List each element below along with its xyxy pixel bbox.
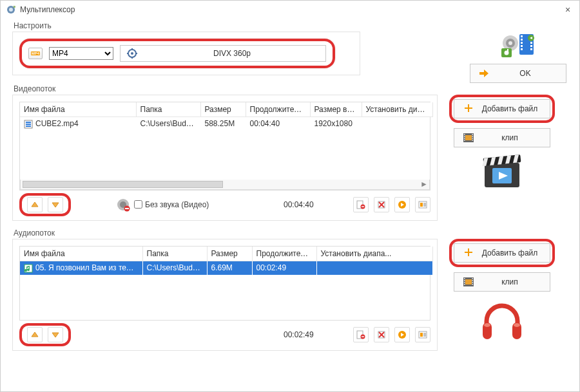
video-right-col: Добавить файл клип (449, 95, 555, 189)
ok-button[interactable]: OK (470, 64, 566, 83)
app-icon (6, 5, 16, 15)
play-button[interactable] (394, 197, 410, 212)
svg-rect-54 (472, 136, 474, 137)
svg-rect-28 (26, 122, 31, 123)
remove-file-button[interactable] (353, 327, 369, 342)
clear-list-button[interactable] (374, 327, 389, 342)
svg-rect-81 (464, 280, 465, 281)
svg-rect-68 (362, 336, 364, 337)
clear-list-button[interactable] (374, 197, 389, 212)
svg-rect-56 (472, 140, 474, 141)
no-audio-label: Без звука (Видео) (145, 200, 209, 209)
svg-rect-13 (521, 45, 523, 47)
play-button[interactable] (394, 327, 410, 342)
svg-rect-18 (530, 45, 532, 47)
audio-label: Аудиопоток (14, 229, 568, 238)
svg-rect-34 (125, 208, 129, 209)
video-table[interactable]: Имя файла Папка Размер Продолжитель... Р… (19, 102, 430, 191)
svg-rect-14 (521, 48, 523, 50)
video-table-header: Имя файла Папка Размер Продолжитель... Р… (20, 102, 432, 117)
video-h-scrollbar[interactable]: ◄ ► (20, 180, 430, 190)
svg-rect-84 (472, 278, 474, 279)
format-select[interactable]: MP4 (49, 47, 113, 60)
clapperboard-icon (482, 153, 522, 189)
svg-point-4 (131, 52, 133, 55)
move-down-button[interactable] (48, 197, 63, 212)
svg-rect-85 (472, 280, 474, 281)
audio-panel: Имя файла Папка Размер Продолжитель... У… (12, 239, 438, 351)
configure-label: Настроить (14, 21, 568, 30)
move-up-button[interactable] (27, 197, 43, 212)
svg-rect-51 (464, 138, 465, 139)
svg-rect-17 (530, 42, 532, 44)
video-total-duration: 00:04:40 (284, 200, 314, 209)
headphones-icon (479, 297, 525, 343)
svg-rect-74 (420, 333, 423, 337)
svg-rect-52 (464, 140, 465, 141)
add-video-file-button[interactable]: Добавить файл (454, 99, 550, 118)
scroll-right-icon[interactable]: ► (419, 180, 429, 189)
move-down-button[interactable] (48, 327, 63, 342)
svg-point-90 (484, 323, 490, 327)
highlight-video-add: Добавить файл (449, 95, 555, 123)
profile-name: DIVX 360p (145, 49, 319, 58)
audio-total-duration: 00:02:49 (284, 330, 314, 339)
svg-rect-80 (464, 278, 465, 279)
remove-file-button[interactable] (353, 197, 369, 212)
table-row[interactable]: CUBE2.mp4 C:\Users\Budd... 588.25M 00:04… (20, 117, 432, 131)
svg-rect-30 (26, 126, 31, 127)
audio-table[interactable]: Имя файла Папка Размер Продолжитель... У… (19, 246, 430, 321)
svg-point-91 (514, 323, 520, 327)
audio-table-header: Имя файла Папка Размер Продолжитель... У… (20, 247, 432, 261)
audio-file-icon (24, 264, 33, 273)
svg-rect-82 (464, 282, 465, 283)
svg-rect-48 (465, 135, 472, 140)
info-button[interactable] (415, 197, 430, 212)
svg-rect-53 (472, 134, 474, 135)
titlebar: Мультиплексор × (1, 1, 579, 19)
multiplexer-window: Мультиплексор × Настроить MP4 MP4 DIVX 3… (0, 0, 580, 392)
filmstrip-icon (463, 277, 474, 286)
add-audio-file-button[interactable]: Добавить файл (454, 243, 550, 263)
svg-rect-11 (521, 39, 523, 41)
svg-rect-86 (472, 282, 474, 283)
svg-rect-43 (420, 203, 423, 207)
video-file-icon (24, 120, 33, 129)
close-button[interactable]: × (561, 5, 574, 15)
arrow-right-icon (479, 70, 488, 77)
info-button[interactable] (415, 327, 430, 342)
svg-rect-79 (465, 279, 472, 285)
profile-box[interactable]: DIVX 360p (120, 45, 326, 62)
svg-rect-26 (507, 49, 508, 53)
highlight-configure: MP4 MP4 DIVX 360p (19, 39, 335, 68)
table-row[interactable]: 05. Я позвонил Вам из телефон... C:\User… (20, 261, 432, 274)
highlight-audio-reorder (19, 323, 71, 346)
svg-rect-29 (26, 124, 31, 125)
svg-point-1 (9, 8, 13, 12)
scroll-thumb[interactable] (23, 181, 223, 188)
top-right-col: OK (470, 33, 566, 83)
svg-rect-10 (521, 35, 523, 37)
no-audio-icon (116, 198, 130, 212)
svg-rect-50 (464, 136, 465, 137)
svg-rect-12 (521, 42, 523, 44)
svg-rect-19 (530, 48, 532, 50)
svg-rect-87 (472, 284, 474, 285)
plus-icon (463, 104, 474, 114)
filmstrip-icon (463, 133, 474, 142)
video-label: Видеопоток (14, 84, 568, 93)
no-audio-checkbox[interactable] (134, 200, 142, 209)
svg-rect-55 (472, 138, 474, 139)
audio-clip-button[interactable]: клип (454, 272, 550, 292)
video-clip-button[interactable]: клип (454, 128, 550, 147)
svg-rect-83 (464, 284, 465, 285)
media-stack-icon (500, 33, 536, 59)
audio-right-col: Добавить файл клип (449, 239, 555, 343)
format-icon: MP4 (28, 48, 43, 59)
highlight-video-reorder (19, 193, 71, 216)
highlight-audio-add: Добавить файл (449, 239, 555, 267)
move-up-button[interactable] (27, 327, 43, 342)
plus-icon (463, 248, 474, 258)
video-panel: Имя файла Папка Размер Продолжитель... Р… (12, 95, 438, 221)
gear-icon (127, 48, 137, 59)
